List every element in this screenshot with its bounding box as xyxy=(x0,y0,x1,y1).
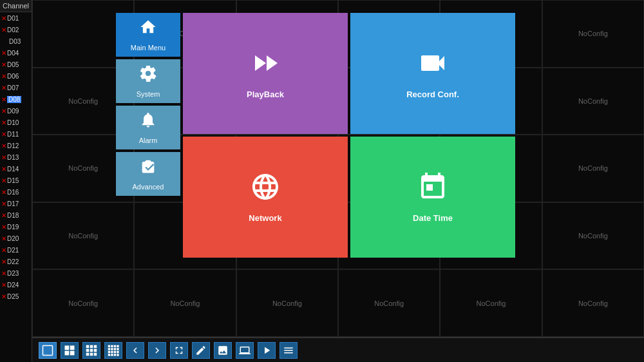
channel-item-d22[interactable]: ✕D22 xyxy=(0,256,32,267)
grid-cell: NoConfig xyxy=(134,269,236,337)
channel-item-d05[interactable]: ✕D05 xyxy=(0,59,32,70)
grid-cell: NoConfig xyxy=(542,269,644,337)
svg-rect-4 xyxy=(70,350,75,355)
channel-label: D03 xyxy=(9,38,21,45)
channel-label: D19 xyxy=(7,224,19,231)
channel-item-d24[interactable]: ✕D24 xyxy=(0,279,32,291)
channel-item-d18[interactable]: ✕D18 xyxy=(0,209,32,221)
channel-x-mark: ✕ xyxy=(1,281,6,289)
svg-rect-25 xyxy=(117,350,118,352)
right-tiles: PlayBackRecord Conf.NetworkDate Time xyxy=(183,13,515,258)
channel-item-d14[interactable]: ✕D14 xyxy=(0,163,32,175)
svg-rect-8 xyxy=(86,348,90,352)
channel-label: D09 xyxy=(7,108,19,115)
menu-button-main-menu[interactable]: Main Menu xyxy=(116,13,180,57)
toolbar-edit-btn[interactable] xyxy=(192,342,210,359)
channel-item-d13[interactable]: ✕D13 xyxy=(0,151,32,163)
channel-item-d08[interactable]: ✕D08 xyxy=(0,93,32,105)
channel-x-mark: ✕ xyxy=(1,200,6,207)
advanced-label: Advanced xyxy=(133,183,164,191)
channel-item-d12[interactable]: ✕D12 xyxy=(0,140,32,151)
toolbar-grid3x3[interactable] xyxy=(82,342,100,359)
menu-button-alarm[interactable]: Alarm xyxy=(116,106,180,149)
grid-cell: NoConfig xyxy=(236,269,338,337)
menu-button-advanced[interactable]: Advanced xyxy=(116,152,180,196)
toolbar-grid4x4[interactable] xyxy=(104,342,122,359)
channel-item-d11[interactable]: ✕D11 xyxy=(0,128,32,140)
channel-item-d01[interactable]: ✕D01 xyxy=(0,12,32,24)
playback-label: PlayBack xyxy=(247,90,284,99)
channel-header: Channel xyxy=(0,0,32,12)
channel-item-d06[interactable]: ✕D06 xyxy=(0,70,32,82)
toolbar-grid1x1[interactable] xyxy=(39,342,57,359)
channel-x-mark: ✕ xyxy=(1,26,6,33)
tile-network[interactable]: Network xyxy=(183,137,348,258)
channel-x-mark: ✕ xyxy=(1,15,6,22)
grid-cell: NoConfig xyxy=(542,202,644,270)
svg-rect-13 xyxy=(94,352,97,356)
channel-label: D12 xyxy=(7,142,19,149)
playback-icon xyxy=(250,48,281,83)
channel-x-mark: ✕ xyxy=(1,154,6,161)
channel-item-d23[interactable]: ✕D23 xyxy=(0,267,32,279)
channel-item-d04[interactable]: ✕D04 xyxy=(0,47,32,59)
svg-rect-6 xyxy=(90,345,93,348)
channel-item-d02[interactable]: ✕D02 xyxy=(0,24,32,35)
channel-x-mark: ✕ xyxy=(1,61,6,68)
channel-x-mark: ✕ xyxy=(1,50,6,57)
toolbar-prev-btn[interactable] xyxy=(126,342,144,359)
channel-item-d10[interactable]: ✕D10 xyxy=(0,117,32,128)
channel-item-d07[interactable]: ✕D07 xyxy=(0,82,32,93)
svg-rect-21 xyxy=(117,348,118,350)
grid-cell: NoConfig xyxy=(542,68,644,135)
channel-label: D07 xyxy=(7,84,19,91)
channel-label: D01 xyxy=(7,15,19,22)
svg-rect-26 xyxy=(108,354,110,356)
channel-label: D05 xyxy=(7,61,19,68)
channel-item-d09[interactable]: ✕D09 xyxy=(0,105,32,117)
record-conf-label: Record Conf. xyxy=(406,90,459,99)
svg-rect-20 xyxy=(114,348,116,350)
menu-overlay: Main MenuSystemAlarmAdvanced PlayBackRec… xyxy=(116,13,515,258)
tile-playback[interactable]: PlayBack xyxy=(183,13,348,134)
channel-item-d17[interactable]: ✕D17 xyxy=(0,198,32,209)
svg-rect-9 xyxy=(90,348,93,352)
channel-x-mark: ✕ xyxy=(1,212,6,219)
channel-x-mark: ✕ xyxy=(1,247,6,254)
toolbar-rec-btn[interactable] xyxy=(258,342,276,359)
svg-rect-29 xyxy=(117,354,118,356)
svg-rect-27 xyxy=(111,354,113,356)
channel-label: D21 xyxy=(7,247,19,254)
channel-x-mark: ✕ xyxy=(1,166,6,173)
menu-button-system[interactable]: System xyxy=(116,59,180,103)
channel-label: D24 xyxy=(7,281,19,289)
toolbar-menu-list-btn[interactable] xyxy=(279,342,298,359)
toolbar-image-btn[interactable] xyxy=(214,342,232,359)
channel-item-d20[interactable]: ✕D20 xyxy=(0,233,32,244)
toolbar-next-btn[interactable] xyxy=(148,342,166,359)
channel-label: D18 xyxy=(7,212,19,219)
tile-date-time[interactable]: Date Time xyxy=(350,137,515,258)
channel-item-d19[interactable]: ✕D19 xyxy=(0,221,32,233)
system-icon xyxy=(139,64,157,86)
alarm-icon xyxy=(139,111,157,133)
channel-item-d25[interactable]: ✕D25 xyxy=(0,291,32,302)
channel-item-d03[interactable]: D03 xyxy=(0,35,32,47)
toolbar-monitor-btn[interactable] xyxy=(236,342,254,359)
network-label: Network xyxy=(249,213,281,223)
toolbar-fullscreen-btn[interactable] xyxy=(170,342,188,359)
channel-list: ✕D01✕D02D03✕D04✕D05✕D06✕D07✕D08✕D09✕D10✕… xyxy=(0,12,32,302)
system-label: System xyxy=(137,90,160,98)
channel-label: D02 xyxy=(7,26,19,33)
svg-rect-3 xyxy=(65,350,70,355)
svg-rect-19 xyxy=(111,348,113,350)
date-time-icon xyxy=(417,171,448,207)
channel-label: D11 xyxy=(7,131,19,138)
channel-item-d15[interactable]: ✕D15 xyxy=(0,175,32,186)
channel-item-d21[interactable]: ✕D21 xyxy=(0,244,32,256)
channel-label: D15 xyxy=(7,177,19,184)
channel-label: D06 xyxy=(7,73,19,80)
toolbar-grid2x2[interactable] xyxy=(61,342,79,359)
channel-item-d16[interactable]: ✕D16 xyxy=(0,186,32,198)
tile-record-conf[interactable]: Record Conf. xyxy=(350,13,515,134)
